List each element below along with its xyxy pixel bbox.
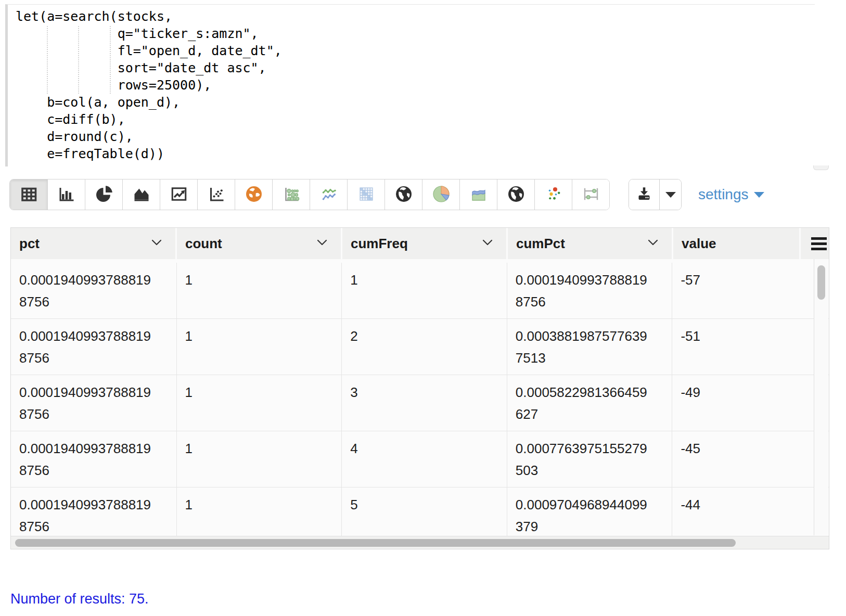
pie-chart-button[interactable] — [85, 179, 122, 210]
table-chart-button[interactable] — [10, 179, 47, 210]
bar-chart-icon — [57, 185, 76, 205]
area-chart-colored-button[interactable] — [459, 179, 497, 210]
globe-icon — [394, 185, 413, 205]
code-line: b=col(a, open_d), — [16, 94, 815, 111]
code-line: c=diff(b), — [16, 111, 815, 128]
chart-type-button-group — [9, 179, 610, 210]
heatmap-chart-button[interactable] — [347, 179, 384, 210]
cell-value: -44 — [672, 487, 829, 536]
heatmap-icon — [357, 185, 376, 205]
cell-cumPct: 0.0005822981366459627 — [507, 375, 673, 431]
cell-pct: 0.00019409937888198756 — [11, 319, 177, 375]
vertical-scrollbar-thumb[interactable] — [817, 265, 825, 300]
results-table: pct count cumFreq cumPct value 0.0001940… — [10, 227, 829, 549]
code-line: q="ticker_s:amzn", — [16, 25, 815, 42]
bar-chart-button[interactable] — [47, 179, 85, 210]
table-row: 0.00019409937888198756 1 1 0.00019409937… — [11, 263, 829, 319]
results-count-text: Number of results: 75. — [10, 591, 846, 607]
code-line: sort="date_dt asc", — [16, 59, 815, 76]
column-header-pct[interactable]: pct — [11, 228, 177, 259]
bubble-grid-icon — [282, 185, 301, 205]
code-line: fl="open_d, date_dt", — [16, 42, 815, 59]
pie-chart-icon — [95, 185, 113, 205]
map-globe-orange-icon — [245, 185, 263, 205]
area-chart-icon — [132, 185, 151, 205]
column-header-label: count — [185, 236, 222, 252]
column-menu-chevron-icon[interactable] — [482, 239, 493, 246]
code-line: let(a=search(stocks, — [16, 8, 815, 25]
cell-count: 1 — [177, 375, 342, 431]
column-menu-chevron-icon[interactable] — [317, 239, 327, 246]
code-line: rows=25000), — [16, 76, 815, 94]
cell-cumPct: 0.0007763975155279503 — [507, 431, 673, 487]
horizontal-scrollbar[interactable] — [11, 536, 829, 549]
pie-chart-colored-button[interactable] — [422, 179, 459, 210]
cell-cumFreq: 4 — [342, 431, 507, 487]
bubble-chart-button[interactable] — [272, 179, 310, 210]
table-body: 0.00019409937888198756 1 1 0.00019409937… — [11, 259, 829, 536]
code-editor[interactable]: let(a=search(stocks, q="ticker_s:amzn", … — [5, 4, 815, 166]
line-chart-button[interactable] — [160, 179, 197, 210]
indent-guide — [110, 26, 111, 94]
hamburger-menu-icon — [811, 237, 827, 250]
table-row: 0.00019409937888198756 1 4 0.00077639751… — [11, 431, 829, 487]
code-line: e=freqTable(d)) — [16, 145, 815, 162]
globe-icon-2 — [507, 185, 525, 205]
download-icon — [635, 185, 653, 204]
cell-cumFreq: 1 — [342, 263, 507, 318]
range-sliders-icon — [582, 185, 600, 205]
editor-scrollbar-remnant — [813, 165, 829, 170]
indent-guide — [78, 26, 79, 94]
cell-count: 1 — [177, 263, 342, 318]
column-header-cumFreq[interactable]: cumFreq — [342, 228, 508, 259]
column-header-value[interactable]: value — [673, 228, 801, 259]
cell-cumPct: 0.0009704968944099379 — [507, 487, 673, 536]
cell-cumFreq: 5 — [342, 487, 507, 536]
globe-chart-button[interactable] — [384, 179, 422, 210]
table-row: 0.00019409937888198756 1 3 0.00058229813… — [11, 375, 829, 431]
column-menu-chevron-icon[interactable] — [151, 239, 162, 246]
cell-value: -51 — [672, 319, 829, 375]
caret-down-icon — [754, 192, 764, 198]
vertical-scrollbar[interactable] — [814, 259, 828, 535]
line-chart-icon — [170, 185, 188, 205]
horizontal-scrollbar-thumb[interactable] — [15, 539, 736, 547]
table-row: 0.00019409937888198756 1 2 0.00038819875… — [11, 319, 829, 375]
grid-menu-button[interactable] — [801, 228, 829, 259]
area-chart-button[interactable] — [122, 179, 160, 210]
download-options-button[interactable] — [659, 179, 681, 210]
indent-guide — [47, 26, 48, 94]
column-header-cumPct[interactable]: cumPct — [508, 228, 673, 259]
settings-link[interactable]: settings — [698, 186, 764, 203]
column-header-label: value — [682, 236, 716, 252]
column-header-count[interactable]: count — [177, 228, 342, 259]
scatter-chart-button[interactable] — [197, 179, 235, 210]
cell-cumPct: 0.00019409937888198756 — [507, 263, 673, 318]
table-icon — [19, 185, 38, 205]
download-button[interactable] — [629, 179, 659, 210]
globe-chart-2-button[interactable] — [497, 179, 534, 210]
cell-pct: 0.00019409937888198756 — [11, 263, 177, 318]
multi-line-chart-button[interactable] — [310, 179, 347, 210]
cell-cumFreq: 2 — [342, 319, 507, 375]
caret-down-icon — [665, 192, 676, 198]
table-row: 0.00019409937888198756 1 5 0.00097049689… — [11, 487, 829, 536]
area-chart-colored-icon — [469, 185, 488, 205]
settings-label: settings — [698, 186, 749, 203]
column-header-label: pct — [19, 236, 40, 252]
column-menu-chevron-icon[interactable] — [648, 239, 658, 246]
scatter-chart-icon — [207, 185, 226, 205]
cell-cumFreq: 3 — [342, 375, 507, 431]
pie-chart-colored-icon — [432, 185, 451, 205]
map-chart-button[interactable] — [235, 179, 272, 210]
column-header-label: cumFreq — [351, 236, 408, 252]
cell-value: -49 — [672, 375, 829, 431]
column-header-label: cumPct — [516, 236, 565, 252]
scatter-colored-button[interactable] — [534, 179, 572, 210]
cell-cumPct: 0.00038819875776397513 — [507, 319, 673, 375]
multi-line-chart-icon — [319, 185, 338, 205]
range-sliders-button[interactable] — [572, 179, 609, 210]
cell-count: 1 — [177, 319, 342, 375]
code-line: d=round(c), — [16, 128, 815, 145]
visualization-toolbar: settings — [9, 179, 846, 210]
